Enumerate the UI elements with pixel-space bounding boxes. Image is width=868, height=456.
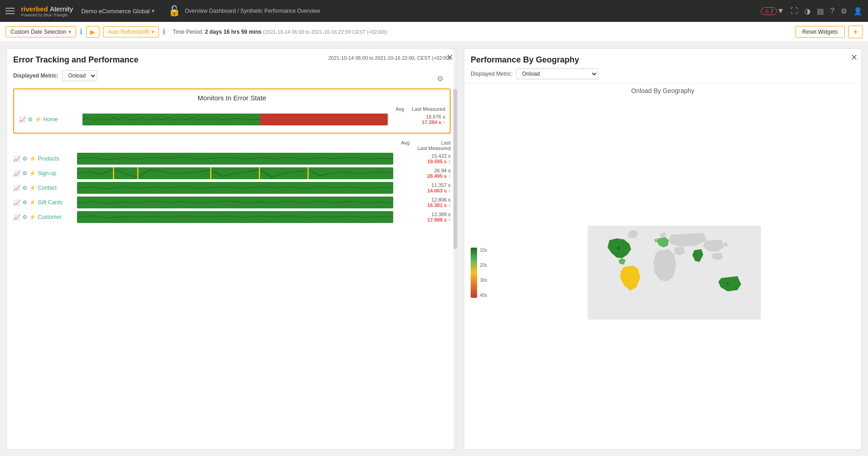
monitor-giftcards-icons: 📈 ⚙ ⚡ Gift Cards	[13, 199, 74, 206]
contrast-icon[interactable]: ◑	[804, 7, 811, 16]
play-button[interactable]: ▶	[86, 26, 99, 38]
chart-icon-signup[interactable]: 📈	[13, 170, 21, 177]
scrollbar-thumb[interactable]	[453, 89, 457, 249]
monitor-name-contact[interactable]: Contact	[38, 185, 74, 191]
error-state-box: Monitors In Error State Avg Last Measure…	[13, 88, 451, 134]
monitor-name-customer[interactable]: Customer	[38, 214, 74, 220]
map-container: 10s 20s 30s 40s	[464, 96, 861, 449]
monitor-stats-customer: 12.389 s 17.898 s ↑	[396, 212, 451, 223]
geo-chart-title: Onload By Geography	[464, 87, 861, 94]
gear-icon-customer[interactable]: ⚙	[22, 214, 27, 220]
monitors-list: Avg Last Last Measured 📈 ⚙ ⚡ Products	[7, 137, 457, 449]
lock-icon: 🔓	[168, 5, 180, 17]
bolt-icon-signup[interactable]: ⚡	[29, 170, 36, 176]
table-icon[interactable]: ▤	[817, 7, 824, 16]
date-selection-button[interactable]: Custom Date Selection ▾	[5, 26, 76, 37]
chart-icon[interactable]: 📈	[19, 116, 26, 123]
bolt-icon-customer[interactable]: ⚡	[29, 214, 36, 220]
normal-col-avg: Avg	[380, 140, 410, 151]
monitor-products-icons: 📈 ⚙ ⚡ Products	[13, 155, 74, 162]
monitor-stats-giftcards: 12.806 s 16.381 s ↑	[396, 197, 451, 208]
metric-select[interactable]: Onload	[62, 70, 97, 81]
geo-metric-select[interactable]: Onload	[516, 68, 598, 79]
monitor-stats-products: 15.422 s 19.595 s ↑	[396, 153, 451, 164]
avg-val-home: 16.676 s	[390, 114, 445, 119]
avg-contact: 11.357 s	[396, 182, 451, 188]
user-icon[interactable]: 👤	[853, 7, 863, 16]
chart-icon-products[interactable]: 📈	[13, 155, 21, 162]
gear-icon-signup[interactable]: ⚙	[22, 170, 27, 176]
normal-table-header: Avg Last Last Measured	[13, 137, 451, 153]
bolt-icon-products[interactable]: ⚡	[29, 155, 36, 162]
left-panel-header: Error Tracking and Performance 2021-10-1…	[7, 49, 457, 68]
top-nav: riverbed Aternity Powered by Blue Triang…	[0, 0, 868, 22]
bolt-icon[interactable]: ⚡	[35, 116, 41, 123]
panel-meta: Displayed Metric: Onload ⚙	[7, 68, 457, 85]
monitor-row-contact: 📈 ⚙ ⚡ Contact 11.357 s 14.663 s ↑	[13, 182, 451, 194]
logo: riverbed Aternity	[21, 5, 73, 13]
menu-button[interactable]	[5, 8, 15, 14]
monitor-bar-home	[82, 114, 388, 125]
gear-icon[interactable]: ⚙	[28, 116, 33, 123]
europe-marker	[658, 242, 661, 244]
date-range-text: 2021-10-14 06:00 to 2021-10-16 22:00, CE…	[328, 55, 451, 61]
last-val-home: 17.284 s ↑	[390, 119, 445, 125]
filter-icon[interactable]: ▼	[777, 7, 784, 15]
time-period: Time Period: 2 days 16 hrs 59 mins (2021…	[173, 29, 387, 35]
bolt-icon-contact[interactable]: ⚡	[29, 185, 36, 191]
main-content: Error Tracking and Performance 2021-10-1…	[0, 42, 868, 456]
sparkline-customer	[77, 211, 393, 223]
bolt-icon-giftcards[interactable]: ⚡	[29, 199, 36, 206]
chart-icon-contact[interactable]: 📈	[13, 185, 21, 192]
left-panel: Error Tracking and Performance 2021-10-1…	[6, 48, 457, 450]
monitor-name-products[interactable]: Products	[38, 155, 74, 162]
sparkline-giftcards	[77, 197, 393, 208]
gear-icon-contact[interactable]: ⚙	[22, 185, 27, 191]
monitor-name-signup[interactable]: Sign up	[38, 170, 74, 176]
monitor-customer-icons: 📈 ⚙ ⚡ Customer	[13, 214, 74, 221]
legend-color-bar	[471, 248, 477, 298]
alert-badge[interactable]: ⚠ 2	[761, 7, 777, 15]
panel-gear-icon[interactable]: ⚙	[437, 74, 443, 83]
india-marker	[695, 253, 698, 255]
avg-signup: 26.94 s	[396, 168, 451, 173]
help-icon[interactable]: ?	[830, 7, 834, 15]
avg-customer: 12.389 s	[396, 212, 451, 217]
top-nav-right: ▼ ⛶ ◑ ▤ ? ⚙ 👤	[777, 7, 863, 16]
chart-icon-customer[interactable]: 📈	[13, 214, 21, 221]
add-widget-button[interactable]: +	[848, 26, 863, 38]
avg-giftcards: 12.806 s	[396, 197, 451, 202]
refresh-info-icon[interactable]: ℹ	[163, 27, 165, 36]
monitor-name-giftcards[interactable]: Gift Cards	[38, 199, 74, 206]
logo-subtitle: Powered by Blue Triangle	[21, 13, 73, 17]
wavy-home	[82, 114, 260, 125]
auto-refresh-button[interactable]: Auto Refresh(off) ▾	[103, 26, 159, 37]
date-info-icon[interactable]: ℹ	[80, 27, 82, 36]
right-panel-metric: Displayed Metric: Onload	[471, 68, 855, 79]
monitor-row-signup: 📈 ⚙ ⚡ Sign up	[13, 167, 451, 179]
avg-products: 15.422 s	[396, 153, 451, 159]
last-signup: 28.495 s ↑	[396, 173, 451, 179]
last-customer: 17.898 s ↑	[396, 217, 451, 223]
monitor-row-products: 📈 ⚙ ⚡ Products 15.422 s 19.595 s ↑	[13, 153, 451, 165]
sparkline-products	[77, 153, 393, 165]
app-name: Demo eCommerce Global	[81, 8, 149, 15]
legend-labels: 10s 20s 30s 40s	[479, 248, 488, 298]
scrollbar-track	[453, 49, 457, 449]
settings-icon[interactable]: ⚙	[841, 7, 847, 16]
monitor-name-home[interactable]: Home	[43, 116, 80, 123]
monitor-stats-contact: 11.357 s 14.663 s ↑	[396, 182, 451, 193]
chart-icon-giftcards[interactable]: 📈	[13, 199, 21, 206]
close-right-panel-button[interactable]: ✕	[851, 52, 858, 62]
monitor-signup-icons: 📈 ⚙ ⚡ Sign up	[13, 170, 74, 177]
normal-col-last: Last Last Measured	[410, 140, 451, 151]
gear-icon-products[interactable]: ⚙	[22, 155, 27, 162]
monitor-row-giftcards: 📈 ⚙ ⚡ Gift Cards 12.806 s 16.381 s ↑	[13, 197, 451, 208]
metric-label: Displayed Metric:	[13, 73, 58, 79]
fullscreen-icon[interactable]: ⛶	[791, 7, 798, 15]
gear-icon-giftcards[interactable]: ⚙	[22, 199, 27, 206]
app-name-dropdown[interactable]: ▾	[152, 8, 154, 14]
logo-area: riverbed Aternity Powered by Blue Triang…	[21, 5, 73, 17]
reset-widgets-button[interactable]: Reset Widgets	[796, 26, 845, 38]
close-left-panel-button[interactable]: ✕	[447, 52, 453, 62]
